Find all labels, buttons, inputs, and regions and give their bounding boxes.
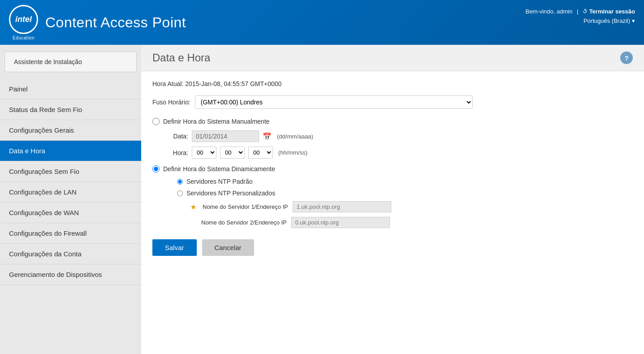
time-field-row: Hora: 00 00 00 (hh/mm/ss) bbox=[166, 147, 633, 159]
ntp-custom-label: Servidores NTP Personalizados bbox=[186, 190, 275, 197]
header-right: Bem-vindo, admin | ↺ Terminar sessão Por… bbox=[526, 8, 635, 24]
app-title: Content Access Point bbox=[45, 14, 186, 31]
calendar-icon[interactable]: 📅 bbox=[263, 132, 272, 141]
timezone-row: Fuso Horário: (GMT+00:00) Londres GMT-12… bbox=[152, 95, 633, 109]
language-label: Português (Brazil) bbox=[583, 17, 630, 24]
manual-radio-section: Definir Hora do Sistema Manualmente Data… bbox=[152, 118, 633, 159]
server2-row: Nome do Servidor 2/Endereço IP bbox=[190, 217, 633, 228]
required-star-1: ★ bbox=[190, 203, 196, 211]
header: intel Education Content Access Point Bem… bbox=[0, 0, 644, 45]
signout-link[interactable]: Terminar sessão bbox=[589, 8, 635, 15]
date-field-row: Data: 📅 (dd/mm/aaaa) bbox=[166, 130, 633, 142]
time-label: Hora: bbox=[166, 149, 188, 156]
ntp-custom-row[interactable]: Servidores NTP Personalizados bbox=[177, 190, 633, 197]
welcome-bar: Bem-vindo, admin | ↺ Terminar sessão bbox=[526, 8, 635, 15]
dynamic-radio-row[interactable]: Definir Hora do Sistema Dinamicamente bbox=[152, 165, 633, 173]
date-input[interactable] bbox=[192, 130, 259, 142]
dynamic-radio-section: Definir Hora do Sistema Dinamicamente Se… bbox=[152, 165, 633, 228]
sidebar: Assistente de Instalação Painel Status d… bbox=[0, 45, 141, 354]
timezone-select[interactable]: (GMT+00:00) Londres GMT-12:00 bbox=[195, 95, 473, 109]
manual-fields: Data: 📅 (dd/mm/aaaa) Hora: 00 00 bbox=[166, 130, 633, 159]
sidebar-item-config-firewall[interactable]: Configurações do Firewall bbox=[0, 223, 141, 244]
intel-education-text: Education bbox=[13, 35, 35, 40]
sidebar-item-painel[interactable]: Painel bbox=[0, 79, 141, 99]
second-select[interactable]: 00 bbox=[248, 147, 273, 159]
dynamic-options: Servidores NTP Padrão Servidores NTP Per… bbox=[177, 178, 633, 228]
server1-row: ★ Nome do Servidor 1/Endereço IP bbox=[190, 201, 633, 212]
sidebar-item-config-gerais[interactable]: Configurações Gerais bbox=[0, 120, 141, 141]
page-header: Data e Hora ? bbox=[141, 45, 644, 71]
sidebar-item-data-hora[interactable]: Data e Hora bbox=[0, 141, 141, 161]
ntp-standard-radio[interactable] bbox=[177, 179, 183, 185]
ntp-fields: ★ Nome do Servidor 1/Endereço IP Nome do… bbox=[190, 201, 633, 228]
layout: Assistente de Instalação Painel Status d… bbox=[0, 45, 644, 354]
date-label: Data: bbox=[166, 133, 188, 140]
ntp-custom-radio[interactable] bbox=[177, 190, 183, 196]
manual-radio-row[interactable]: Definir Hora do Sistema Manualmente bbox=[152, 118, 633, 125]
manual-radio-label: Definir Hora do Sistema Manualmente bbox=[163, 118, 269, 125]
manual-radio-input[interactable] bbox=[152, 118, 160, 125]
page-title: Data e Hora bbox=[152, 52, 210, 64]
sidebar-item-config-conta[interactable]: Configurações da Conta bbox=[0, 244, 141, 264]
server2-input[interactable] bbox=[291, 217, 390, 228]
welcome-text: Bem-vindo, admin bbox=[526, 8, 573, 15]
sidebar-item-config-wan[interactable]: Configurações de WAN bbox=[0, 203, 141, 223]
current-time-value: 2015-Jan-08, 04:55:57 GMT+0000 bbox=[185, 80, 281, 87]
time-hint: (hh/mm/ss) bbox=[278, 149, 307, 156]
cancel-button[interactable]: Cancelar bbox=[202, 239, 254, 256]
language-selector[interactable]: Português (Brazil) ▾ bbox=[526, 17, 635, 24]
sidebar-item-config-lan[interactable]: Configurações de LAN bbox=[0, 182, 141, 203]
sidebar-item-status-rede[interactable]: Status da Rede Sem Fio bbox=[0, 99, 141, 120]
dynamic-radio-label: Definir Hora do Sistema Dinamicamente bbox=[163, 165, 275, 173]
date-hint: (dd/mm/aaaa) bbox=[277, 133, 313, 140]
signout-icon: ↺ bbox=[581, 7, 589, 15]
ntp-standard-label: Servidores NTP Padrão bbox=[186, 178, 253, 185]
server1-label: Nome do Servidor 1/Endereço IP bbox=[203, 203, 288, 210]
intel-logo-text: intel bbox=[15, 15, 32, 23]
current-time-label: Hora Atual: bbox=[152, 80, 183, 87]
minute-select[interactable]: 00 bbox=[220, 147, 245, 159]
button-row: Salvar Cancelar bbox=[152, 239, 633, 256]
dynamic-radio-input[interactable] bbox=[152, 165, 160, 173]
intel-logo: intel Education bbox=[9, 5, 38, 40]
server2-label: Nome do Servidor 2/Endereço IP bbox=[201, 219, 287, 226]
main-content: Data e Hora ? Hora Atual: 2015-Jan-08, 0… bbox=[141, 45, 644, 354]
chevron-down-icon: ▾ bbox=[632, 17, 635, 24]
timezone-label: Fuso Horário: bbox=[152, 99, 190, 106]
ntp-standard-row[interactable]: Servidores NTP Padrão bbox=[177, 178, 633, 185]
hour-select[interactable]: 00 bbox=[192, 147, 216, 159]
sidebar-item-config-sem-fio[interactable]: Configurações Sem Fio bbox=[0, 161, 141, 182]
help-button[interactable]: ? bbox=[620, 52, 633, 64]
content-area: Hora Atual: 2015-Jan-08, 04:55:57 GMT+00… bbox=[141, 71, 644, 265]
save-button[interactable]: Salvar bbox=[152, 239, 197, 256]
sidebar-item-gerenciamento[interactable]: Gerenciamento de Dispositivos bbox=[0, 264, 141, 285]
separator: | bbox=[577, 8, 580, 15]
current-time-display: Hora Atual: 2015-Jan-08, 04:55:57 GMT+00… bbox=[152, 80, 633, 87]
server1-input[interactable] bbox=[293, 201, 391, 212]
sidebar-item-setup-wizard[interactable]: Assistente de Instalação bbox=[4, 52, 137, 72]
